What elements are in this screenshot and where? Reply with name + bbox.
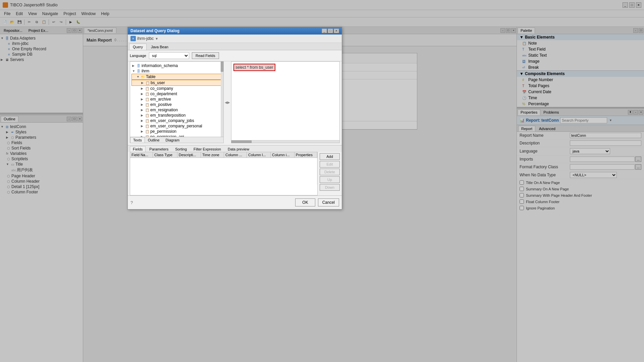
co-department-icon: 📋 [145,92,150,96]
dialog-footer: ? OK Cancel [128,195,342,209]
down-field-button[interactable]: Down [320,184,340,191]
tab-java-bean[interactable]: Java Bean [147,44,172,50]
expand-co-company[interactable]: ▶ [141,87,144,90]
table-row-empty [130,158,317,185]
schema-scrollbar-thumb[interactable] [221,62,223,72]
schema-ihrm[interactable]: ▼ 🗄 ihrm [131,68,222,74]
tab-texts[interactable]: Texts [130,137,145,143]
em-positive-icon: 📋 [145,103,150,107]
expand-em-transfer[interactable]: ▶ [141,114,144,117]
expand-co-department[interactable]: ▶ [141,92,144,96]
schema-em-resignation[interactable]: ▶ 📋 em_resignation [131,107,222,113]
schema-em-positive[interactable]: ▶ 📋 em_positive [131,102,222,107]
schema-pe-permission-api[interactable]: ▶ 📋 pe_permission_api [131,134,222,137]
table-folder-label: Table [146,74,156,79]
co-company-label: co_company [150,86,173,91]
schema-tabs: Texts Outline Diagram [130,137,223,143]
expand-em-positive[interactable]: ▶ [141,103,144,106]
tab-data-preview[interactable]: Data preview [225,146,252,152]
pe-permission-label: pe_permission [150,129,176,134]
schema-em-archive[interactable]: ▶ 📋 em_archive [131,97,222,102]
dialog-bottom-tabs: Fields Parameters Sorting Filter Express… [128,145,342,152]
em-positive-label: em_positive [150,102,172,107]
language-row: Language sql Read Fields [128,50,342,61]
col-timezone: Time zone [201,152,224,158]
tab-outline-schema[interactable]: Outline [145,137,163,143]
table-folder-icon: 📁 [141,75,145,79]
delete-field-button[interactable]: Delete [320,169,340,175]
expand-em-archive[interactable]: ▶ [141,98,144,101]
tab-query[interactable]: Query [129,44,147,50]
schema-co-department[interactable]: ▶ 📋 co_department [131,91,222,97]
col-column1: Column ... [224,152,247,158]
em-archive-label: em_archive [150,97,171,102]
tab-diagram[interactable]: Diagram [163,137,183,143]
col-description: Descripti... [177,152,201,158]
information-schema-label: information_schema [142,63,178,68]
help-button[interactable]: ? [130,200,133,205]
dialog-restore-btn[interactable]: □ [328,28,333,33]
em-jobs-label: em_user_company_jobs [150,118,194,123]
tab-filter-expression[interactable]: Filter Expression [191,146,224,152]
expand-pe-permission-api[interactable]: ▶ [141,135,144,137]
tab-parameters[interactable]: Parameters [146,146,171,152]
expand-bs-user[interactable]: ▶ [141,81,145,84]
connection-dropdown-arrow[interactable]: ▼ [155,37,158,41]
query-text-area: select * from bs_user [231,62,339,140]
em-transfer-label: em_transferposition [150,113,185,118]
schema-bs-user[interactable]: ▶ 📋 bs_user [131,80,222,86]
schema-co-company[interactable]: ▶ 📋 co_company [131,86,222,91]
query-panel: select * from bs_user [231,61,340,143]
expand-em-jobs[interactable]: ▶ [141,119,144,122]
fields-table-element: Field Na... Class Type Descripti... Time… [130,152,317,185]
language-label: Language [130,54,146,58]
schema-em-personal[interactable]: ▶ 📋 em_user_company_personal [131,123,222,129]
language-dropdown[interactable]: sql [149,52,189,59]
up-field-button[interactable]: Up [320,176,340,183]
expand-em-personal[interactable]: ▶ [141,124,144,128]
schema-em-transferposition[interactable]: ▶ 📋 em_transferposition [131,113,222,118]
add-field-button[interactable]: Add [320,153,340,160]
schema-scrollbar-track [221,62,223,137]
fields-table: Field Na... Class Type Descripti... Time… [130,152,318,195]
co-department-label: co_department [150,92,177,96]
expand-table[interactable]: ▼ [137,75,140,78]
tab-sorting[interactable]: Sorting [172,146,190,152]
query-scrollbar-thumb-h[interactable] [231,140,252,143]
expand-information[interactable]: ▶ [132,64,136,67]
col-properties: Properties [294,152,317,158]
schema-table-folder[interactable]: ▼ 📁 Table [131,74,222,80]
read-fields-button[interactable]: Read Fields [192,52,219,59]
dialog-minimize-btn[interactable]: _ [322,28,327,33]
expand-ihrm[interactable]: ▼ [132,69,136,73]
dialog-conn-bar: ≡ ihrm-jdbc ▼ [128,35,342,43]
bs-user-icon: 📋 [145,81,150,85]
schema-scrollable[interactable]: ▶ 🗄 information_schema ▼ 🗄 ihrm ▼ [130,62,223,137]
connection-name: ihrm-jdbc [137,36,154,41]
cancel-button[interactable]: Cancel [318,198,339,206]
co-company-icon: 📋 [145,86,150,90]
dialog-close-btn[interactable]: ✕ [334,28,339,33]
em-archive-icon: 📋 [145,97,150,101]
fields-table-area: Field Na... Class Type Descripti... Time… [128,152,342,195]
fields-buttons: Add Edit Delete Up Down [320,152,340,195]
schema-information[interactable]: ▶ 🗄 information_schema [131,63,222,68]
edit-field-button[interactable]: Edit [320,161,340,168]
col-field-name: Field Na... [130,152,153,158]
ok-button[interactable]: OK [295,198,315,206]
tab-fields[interactable]: Fields [130,146,146,152]
expand-em-resignation[interactable]: ▶ [141,108,144,112]
schema-pe-permission[interactable]: ▶ 📋 pe_permission [131,129,222,134]
information-schema-icon: 🗄 [136,64,141,68]
query-highlight-text: select * from bs_user [233,64,275,71]
query-scrollbar-h [231,140,339,143]
expand-pe-permission[interactable]: ▶ [141,130,144,133]
dialog-main-area: ▶ 🗄 information_schema ▼ 🗄 ihrm ▼ [128,61,342,145]
em-transfer-icon: 📋 [145,113,150,117]
dialog-titlebar: Dataset and Query Dialog _ □ ✕ [128,27,342,35]
pe-permission-api-label: pe_permission_api [150,134,184,137]
schema-em-user-jobs[interactable]: ▶ 📋 em_user_company_jobs [131,118,222,123]
ihrm-icon: 🗄 [136,69,141,73]
splitter-arrow[interactable]: ◀▶ [226,61,229,143]
connection-icon: ≡ [130,36,136,41]
